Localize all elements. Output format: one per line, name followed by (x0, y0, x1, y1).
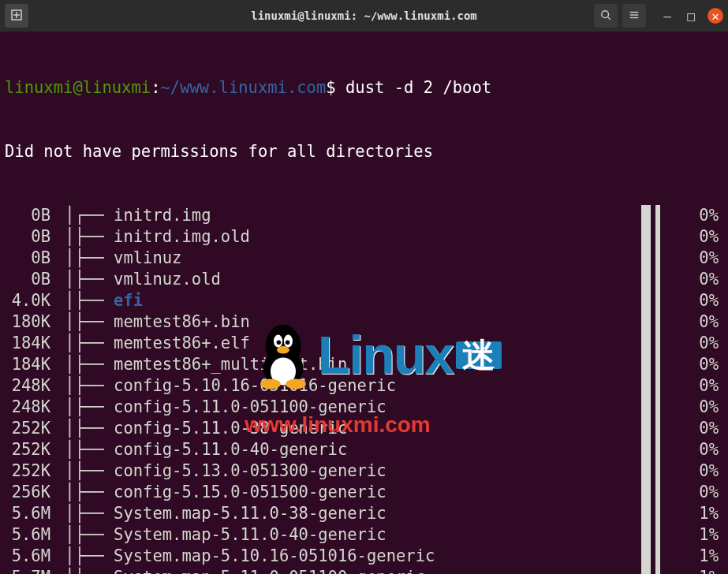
percentage: 1% (687, 503, 719, 524)
output-row: 5.6M │├── System.map-5.10.16-051016-gene… (5, 546, 723, 567)
titlebar-right: — □ ✕ (594, 4, 723, 28)
tree-branch: │├── (55, 439, 114, 460)
minimize-icon: — (663, 9, 671, 24)
output-row: 5.6M │├── System.map-5.11.0-40-generic1% (5, 524, 723, 546)
window-titlebar: linuxmi@linuxmi: ~/www.linuxmi.com — □ ✕ (0, 0, 728, 32)
output-row: 4.0K │├── efi0% (5, 290, 723, 311)
tree-branch: │├── (55, 311, 114, 333)
output-row: 180K │├── memtest86+.bin0% (5, 311, 723, 333)
window-title: linuxmi@linuxmi: ~/www.linuxmi.com (251, 9, 477, 22)
size-bar (641, 418, 673, 439)
percentage: 1% (687, 567, 719, 574)
file-name: config-5.11.0-38-generic (114, 418, 723, 439)
prompt-symbol: $ (326, 78, 335, 97)
size-bar (641, 375, 673, 397)
permission-message: Did not have permissions for all directo… (5, 141, 723, 162)
tree-branch: │├── (55, 333, 114, 354)
file-name: memtest86+_multiboot.bin (114, 354, 723, 375)
file-name: System.map-5.11.0-40-generic (114, 524, 723, 546)
percentage: 0% (687, 439, 719, 460)
output-row: 5.6M │├── System.map-5.11.0-38-generic1% (5, 503, 723, 524)
new-tab-icon (10, 9, 23, 24)
maximize-button[interactable]: □ (684, 9, 698, 23)
file-size: 0B (5, 269, 55, 290)
file-name: config-5.10.16-051016-generic (114, 375, 723, 397)
size-bar (641, 226, 673, 248)
file-size: 5.6M (5, 503, 55, 524)
output-row: 0B │├── vmlinuz.old0% (5, 269, 723, 290)
size-bar (641, 205, 673, 226)
file-name: System.map-5.11.0-38-generic (114, 503, 723, 524)
tree-branch: │┌── (55, 205, 114, 226)
file-size: 184K (5, 333, 55, 354)
output-row: 0B │┌── initrd.img0% (5, 205, 723, 226)
output-row: 184K │├── memtest86+.elf0% (5, 333, 723, 354)
percentage: 0% (687, 354, 719, 375)
percentage: 0% (687, 460, 719, 482)
percentage: 0% (687, 269, 719, 290)
prompt-path: ~/www.linuxmi.com (160, 78, 326, 97)
percentage: 0% (687, 333, 719, 354)
file-size: 184K (5, 354, 55, 375)
tree-branch: │├── (55, 567, 114, 574)
titlebar-left (5, 4, 28, 28)
file-size: 256K (5, 482, 55, 503)
file-size: 180K (5, 311, 55, 333)
output-row: 248K │├── config-5.10.16-051016-generic0… (5, 375, 723, 397)
file-name: config-5.11.0-051100-generic (114, 397, 723, 418)
file-size: 0B (5, 248, 55, 269)
percentage: 0% (687, 290, 719, 311)
tree-branch: │├── (55, 226, 114, 248)
tree-branch: │├── (55, 248, 114, 269)
size-bar (641, 397, 673, 418)
file-size: 0B (5, 226, 55, 248)
file-name: System.map-5.10.16-051016-generic (114, 546, 723, 567)
size-bar (641, 460, 673, 482)
close-button[interactable]: ✕ (707, 8, 723, 24)
output-row: 252K │├── config-5.13.0-051300-generic0% (5, 460, 723, 482)
terminal-content[interactable]: linuxmi@linuxmi:~/www.linuxmi.com$ dust … (0, 32, 728, 574)
prompt-sep: : (151, 78, 160, 97)
size-bar (641, 439, 673, 460)
size-bar (641, 333, 673, 354)
file-name: config-5.11.0-40-generic (114, 439, 723, 460)
tree-branch: │├── (55, 482, 114, 503)
tree-branch: │├── (55, 503, 114, 524)
size-bar (641, 482, 673, 503)
file-size: 5.6M (5, 546, 55, 567)
tree-branch: │├── (55, 546, 114, 567)
size-bar (641, 354, 673, 375)
file-size: 5.6M (5, 524, 55, 546)
file-size: 252K (5, 418, 55, 439)
tree-branch: │├── (55, 354, 114, 375)
percentage: 0% (687, 375, 719, 397)
file-size: 4.0K (5, 290, 55, 311)
command-text: dust -d 2 /boot (345, 78, 491, 97)
file-size: 0B (5, 205, 55, 226)
new-tab-button[interactable] (5, 4, 28, 28)
percentage: 0% (687, 248, 719, 269)
prompt-user: linuxmi@linuxmi (5, 78, 151, 97)
maximize-icon: □ (687, 9, 695, 24)
output-rows: 0B │┌── initrd.img0%0B │├── initrd.img.o… (5, 205, 723, 574)
file-name: config-5.15.0-051500-generic (114, 482, 723, 503)
size-bar (641, 311, 673, 333)
minimize-button[interactable]: — (660, 9, 674, 23)
output-row: 256K │├── config-5.15.0-051500-generic0% (5, 482, 723, 503)
file-name: initrd.img.old (114, 226, 723, 248)
size-bar (641, 503, 673, 524)
close-icon: ✕ (711, 9, 719, 24)
file-size: 248K (5, 375, 55, 397)
file-name: initrd.img (114, 205, 723, 226)
tree-branch: │├── (55, 460, 114, 482)
file-size: 252K (5, 439, 55, 460)
menu-button[interactable] (622, 4, 646, 28)
percentage: 0% (687, 226, 719, 248)
file-name: System.map-5.11.0-051100-generic (114, 567, 723, 574)
output-row: 0B │├── initrd.img.old0% (5, 226, 723, 248)
search-button[interactable] (594, 4, 618, 28)
directory-name: efi (114, 290, 723, 311)
percentage: 0% (687, 418, 719, 439)
percentage: 1% (687, 546, 719, 567)
percentage: 0% (687, 397, 719, 418)
